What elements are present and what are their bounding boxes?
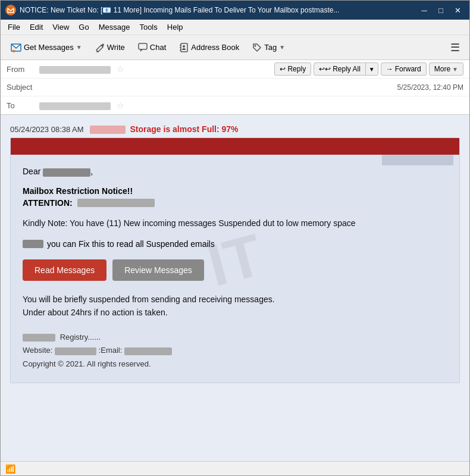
close-button[interactable]: ✕ [450, 4, 465, 16]
suspend-text: You will be briefly suspended from sendi… [23, 293, 447, 320]
tag-button[interactable]: Tag ▼ [247, 40, 290, 55]
minimize-button[interactable]: ─ [417, 4, 431, 16]
forward-button[interactable]: → Forward [381, 62, 427, 76]
suspend-line2: Under about 24hrs if no action is taken. [23, 306, 447, 319]
svg-rect-3 [139, 43, 147, 49]
wifi-icon: 📶 [5, 464, 15, 474]
write-button[interactable]: Write [90, 40, 130, 55]
svg-point-9 [255, 45, 256, 46]
tag-icon [252, 43, 262, 52]
reply-all-arrow[interactable]: ▼ [366, 63, 378, 75]
more-button[interactable]: More ▼ [429, 62, 463, 76]
date-storage-line: 05/24/2023 08:38 AM Storage is almost Fu… [10, 124, 460, 134]
menu-message[interactable]: Message [94, 21, 135, 33]
email-header: From ☆ ↩ Reply ↩↩ Reply All ▼ [1, 60, 469, 115]
chat-icon [138, 43, 148, 52]
read-messages-button[interactable]: Read Messages [23, 259, 106, 281]
menu-go[interactable]: Go [74, 21, 93, 33]
to-value: ☆ [39, 101, 463, 110]
storage-warning: Storage is almost Full: 97% [90, 124, 239, 134]
footer-blurred-1 [23, 334, 55, 342]
footer-blurred-3 [124, 347, 172, 355]
more-arrow: ▼ [452, 66, 458, 73]
to-label: To [7, 101, 39, 110]
footer-blurred-2 [55, 347, 96, 355]
subject-label: Subject [7, 83, 39, 92]
hamburger-button[interactable]: ☰ [446, 39, 465, 57]
notice-title: Mailbox Restriction Notice!! [23, 186, 447, 196]
menu-edit[interactable]: Edit [25, 21, 48, 33]
svg-point-8 [183, 45, 185, 48]
toolbar: Get Messages ▼ Write Chat [1, 35, 469, 60]
email-inner-content: Dear , Mailbox Restriction Notice!! ATTE… [11, 155, 459, 382]
from-address-blurred [39, 66, 111, 74]
red-banner [11, 138, 459, 155]
maximize-button[interactable]: □ [434, 4, 448, 16]
attention-line: ATTENTION: [23, 198, 447, 208]
reply-all-icon: ↩↩ [319, 65, 331, 73]
reply-icon: ↩ [280, 65, 286, 73]
suspend-line1: You will be briefly suspended from sendi… [23, 293, 447, 306]
to-row: To ☆ [1, 96, 469, 114]
email-body: 05/24/2023 08:38 AM Storage is almost Fu… [1, 115, 469, 461]
reply-all-main[interactable]: ↩↩ Reply All [314, 63, 366, 75]
address-book-button[interactable]: Address Book [174, 40, 245, 55]
email-window: NOTICE: New Ticket No: [📧 11 More] Incom… [0, 0, 470, 476]
recipient-blurred [43, 168, 90, 177]
status-bar: 📶 [1, 461, 469, 475]
attention-blurred [77, 199, 155, 207]
footer-website-line: Website: :Email: [23, 344, 447, 357]
from-value: ☆ [39, 64, 274, 74]
chat-button[interactable]: Chat [133, 40, 171, 55]
to-address-blurred [39, 102, 111, 110]
menu-bar: File Edit View Go Message Tools Help [1, 20, 469, 35]
fix-blurred [23, 240, 43, 248]
reply-all-button[interactable]: ↩↩ Reply All ▼ [314, 62, 378, 76]
email-sent-date: 05/24/2023 08:38 AM [10, 125, 84, 134]
menu-view[interactable]: View [48, 21, 74, 33]
write-icon [95, 43, 105, 52]
fix-line: you can Fix this to read all Suspended e… [23, 239, 447, 249]
subject-row: Subject 5/25/2023, 12:40 PM [1, 79, 469, 96]
svg-point-0 [5, 5, 16, 15]
body-text: Kindly Note: You have (11) New incoming … [23, 217, 447, 230]
email-content-box: IT Dear , Mailbox Restriction Notice!! A… [10, 137, 460, 383]
footer-copyright: Copyright © 2021. All rights reserved. [23, 358, 447, 371]
header-action-buttons: ↩ Reply ↩↩ Reply All ▼ → Forward More ▼ [274, 62, 463, 76]
cta-buttons: Read Messages Review Messages [23, 259, 447, 281]
svg-rect-4 [181, 43, 187, 52]
get-messages-button[interactable]: Get Messages ▼ [5, 39, 87, 56]
app-icon [5, 5, 16, 15]
from-star-icon[interactable]: ☆ [117, 64, 124, 74]
get-messages-icon [11, 42, 21, 53]
footer-section: Registry...... Website: :Email: Copyrigh… [23, 331, 447, 370]
address-book-icon [179, 43, 189, 52]
menu-help[interactable]: Help [162, 21, 188, 33]
menu-tools[interactable]: Tools [134, 21, 162, 33]
menu-file[interactable]: File [3, 21, 25, 33]
tag-arrow[interactable]: ▼ [279, 44, 285, 51]
forward-icon: → [386, 65, 393, 73]
window-controls: ─ □ ✕ [417, 4, 465, 16]
email-date-time: 5/25/2023, 12:40 PM [397, 83, 463, 92]
get-messages-arrow[interactable]: ▼ [76, 44, 82, 51]
footer-registry-line: Registry...... [23, 331, 447, 344]
dear-line: Dear , [23, 167, 447, 176]
to-star-icon[interactable]: ☆ [117, 101, 124, 110]
reply-button[interactable]: ↩ Reply [274, 62, 311, 76]
sender-blurred-storage [90, 126, 126, 134]
from-label: From [7, 65, 39, 74]
from-row: From ☆ ↩ Reply ↩↩ Reply All ▼ [1, 60, 469, 79]
review-messages-button[interactable]: Review Messages [112, 259, 204, 281]
title-bar: NOTICE: New Ticket No: [📧 11 More] Incom… [1, 1, 469, 20]
window-title: NOTICE: New Ticket No: [📧 11 More] Incom… [20, 6, 417, 14]
